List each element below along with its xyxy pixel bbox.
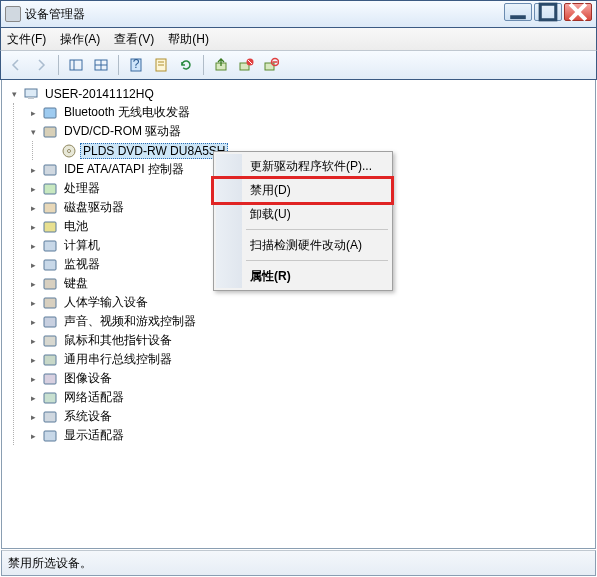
- window-title: 设备管理器: [25, 6, 85, 23]
- maximize-button[interactable]: [534, 3, 562, 21]
- svg-rect-23: [44, 108, 56, 118]
- svg-rect-28: [44, 184, 56, 194]
- expander-icon[interactable]: ▸: [27, 430, 39, 442]
- device-icon: [42, 257, 58, 273]
- expander-icon[interactable]: ▾: [8, 88, 20, 100]
- expander-icon[interactable]: ▸: [27, 183, 39, 195]
- menu-file[interactable]: 文件(F): [7, 31, 46, 48]
- device-icon: [42, 200, 58, 216]
- tree-node[interactable]: ▸通用串行总线控制器: [27, 350, 595, 369]
- cm-disable[interactable]: 禁用(D): [216, 178, 390, 202]
- expander-icon[interactable]: ▸: [27, 411, 39, 423]
- tree-node[interactable]: ▸鼠标和其他指针设备: [27, 331, 595, 350]
- arrow-right-icon: [33, 57, 49, 73]
- tree-node[interactable]: ▸声音、视频和游戏控制器: [27, 312, 595, 331]
- properties-icon: [153, 57, 169, 73]
- device-icon: [42, 219, 58, 235]
- expander-icon[interactable]: ▸: [27, 164, 39, 176]
- expander-icon[interactable]: ▸: [27, 259, 39, 271]
- status-text: 禁用所选设备。: [8, 555, 92, 572]
- svg-rect-32: [44, 260, 56, 270]
- update-driver-button[interactable]: [210, 54, 232, 76]
- forward-button: [30, 54, 52, 76]
- svg-rect-21: [25, 89, 37, 97]
- close-button[interactable]: [564, 3, 592, 21]
- back-button: [5, 54, 27, 76]
- cm-label: 更新驱动程序软件(P)...: [250, 158, 372, 175]
- expander-icon[interactable]: ▸: [27, 392, 39, 404]
- expander-icon[interactable]: ▾: [27, 126, 39, 138]
- svg-rect-30: [44, 222, 56, 232]
- expander-icon[interactable]: ▸: [27, 221, 39, 233]
- menu-help[interactable]: 帮助(H): [168, 31, 209, 48]
- svg-rect-34: [44, 298, 56, 308]
- tree-node[interactable]: ▾DVD/CD-ROM 驱动器: [27, 122, 595, 141]
- svg-point-26: [68, 149, 71, 152]
- tree-node-label: 人体学输入设备: [61, 293, 151, 312]
- disc-icon: [61, 143, 77, 159]
- view2-button[interactable]: [90, 54, 112, 76]
- cm-uninstall[interactable]: 卸载(U): [216, 202, 390, 226]
- tree-node-label: DVD/CD-ROM 驱动器: [61, 122, 184, 141]
- cm-properties[interactable]: 属性(R): [216, 264, 390, 288]
- menu-view[interactable]: 查看(V): [114, 31, 154, 48]
- device-icon: [42, 314, 58, 330]
- svg-rect-38: [44, 374, 56, 384]
- tree-node-label: 网络适配器: [61, 388, 127, 407]
- expander-icon[interactable]: ▸: [27, 278, 39, 290]
- titlebar: 设备管理器: [0, 0, 597, 28]
- cm-update-driver[interactable]: 更新驱动程序软件(P)...: [216, 154, 390, 178]
- context-menu: 更新驱动程序软件(P)... 禁用(D) 卸载(U) 扫描检测硬件改动(A) 属…: [213, 151, 393, 291]
- tree-node[interactable]: ▸图像设备: [27, 369, 595, 388]
- close-icon: [565, 0, 591, 25]
- refresh-button[interactable]: [175, 54, 197, 76]
- uninstall-button[interactable]: [260, 54, 282, 76]
- maximize-icon: [535, 0, 561, 25]
- expander-icon[interactable]: ▸: [27, 354, 39, 366]
- help-button[interactable]: ?: [125, 54, 147, 76]
- help-icon: ?: [128, 57, 144, 73]
- tree-node-label: 系统设备: [61, 407, 115, 426]
- tree-node[interactable]: ▸系统设备: [27, 407, 595, 426]
- pane-icon: [68, 57, 84, 73]
- toolbar-separator: [58, 55, 59, 75]
- device-icon: [42, 181, 58, 197]
- expander-icon[interactable]: ▸: [27, 297, 39, 309]
- cm-label: 扫描检测硬件改动(A): [250, 237, 362, 254]
- uninstall-icon: [263, 57, 279, 73]
- svg-rect-29: [44, 203, 56, 213]
- expander-icon[interactable]: ▸: [27, 335, 39, 347]
- properties-button[interactable]: [150, 54, 172, 76]
- app-icon: [5, 6, 21, 22]
- minimize-icon: [505, 0, 531, 25]
- svg-text:?: ?: [133, 57, 140, 71]
- expander-icon[interactable]: ▸: [27, 373, 39, 385]
- tree-node-label: 磁盘驱动器: [61, 198, 127, 217]
- menu-action[interactable]: 操作(A): [60, 31, 100, 48]
- device-icon: [42, 352, 58, 368]
- expander-icon[interactable]: ▸: [27, 202, 39, 214]
- svg-rect-31: [44, 241, 56, 251]
- expander-icon[interactable]: ▸: [27, 107, 39, 119]
- cm-label: 卸载(U): [250, 206, 291, 223]
- tree-node-label: 显示适配器: [61, 426, 127, 445]
- svg-rect-22: [28, 97, 34, 99]
- tree-node[interactable]: ▸显示适配器: [27, 426, 595, 445]
- device-icon: [42, 276, 58, 292]
- cm-scan[interactable]: 扫描检测硬件改动(A): [216, 233, 390, 257]
- tree-node[interactable]: ▸网络适配器: [27, 388, 595, 407]
- disable-icon: [238, 57, 254, 73]
- disable-button[interactable]: [235, 54, 257, 76]
- toolbar-separator: [118, 55, 119, 75]
- grid-icon: [93, 57, 109, 73]
- device-icon: [42, 333, 58, 349]
- view1-button[interactable]: [65, 54, 87, 76]
- minimize-button[interactable]: [504, 3, 532, 21]
- svg-rect-27: [44, 165, 56, 175]
- tree-node[interactable]: ▸人体学输入设备: [27, 293, 595, 312]
- tree-node[interactable]: ▸Bluetooth 无线电收发器: [27, 103, 595, 122]
- tree-root-row[interactable]: ▾USER-20141112HQ: [8, 84, 595, 103]
- expander-icon[interactable]: ▸: [27, 316, 39, 328]
- tree-node-label: 图像设备: [61, 369, 115, 388]
- expander-icon[interactable]: ▸: [27, 240, 39, 252]
